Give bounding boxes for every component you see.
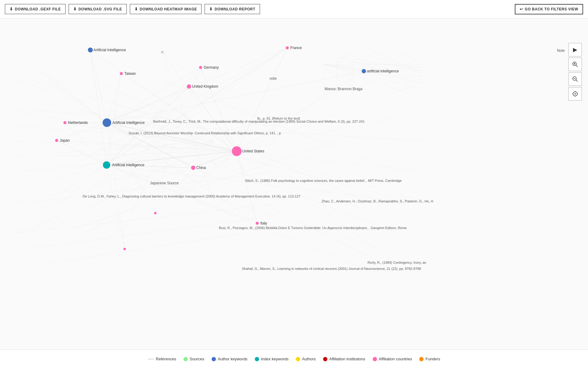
- svg-line-79: [92, 151, 237, 270]
- svg-line-109: [107, 165, 125, 249]
- ref-label-5: Stitch, S., (1986) Folk psychology to co…: [245, 179, 402, 182]
- svg-line-56: [107, 165, 383, 248]
- play-button[interactable]: ▶: [568, 43, 582, 56]
- svg-line-13: [65, 123, 107, 165]
- legend-label-index-keywords: Index keywords: [261, 357, 288, 361]
- svg-line-70: [46, 80, 107, 123]
- svg-line-78: [61, 151, 237, 270]
- svg-line-84: [237, 151, 413, 233]
- svg-line-10: [107, 71, 364, 123]
- svg-line-69: [31, 64, 107, 123]
- svg-line-63: [92, 86, 189, 233]
- node-artificial-intelligence-kw: [103, 118, 111, 127]
- node-japan: [55, 139, 58, 142]
- svg-line-53: [107, 123, 383, 264]
- recenter-button[interactable]: [568, 87, 582, 101]
- svg-line-19: [107, 48, 287, 165]
- svg-line-85: [237, 151, 398, 264]
- ref-label-3: Suzuki, I. (2013) Beyond Ancestor Worshi…: [129, 131, 281, 135]
- node-small-pink-2: [123, 248, 126, 250]
- legend-dot-affiliation-institutions: [323, 357, 327, 361]
- legend-dot-author-keywords: [212, 357, 216, 361]
- label-manus: Manus: Brannon Braga: [325, 87, 363, 91]
- toolbar: ⬇ DOWNLOAD .GEXF FILE ⬇ DOWNLOAD .SVG FI…: [0, 0, 588, 18]
- ref-label-9: Shahaf, G., Marom, S., Learning in netwo…: [242, 267, 421, 270]
- legend-label-authors: Authors: [302, 357, 316, 361]
- svg-line-24: [57, 140, 237, 151]
- node-small-pink-1: [154, 212, 156, 214]
- node-small-gray-top: [161, 51, 164, 53]
- back-icon: ↩: [520, 7, 523, 11]
- label-netherlands: Netherlands: [68, 121, 88, 125]
- svg-line-58: [162, 52, 276, 141]
- download-report-label: DOWNLOAD REPORT: [215, 7, 255, 11]
- legend-dot-sources: [183, 357, 188, 361]
- label-germany: Germany: [204, 65, 219, 70]
- svg-line-47: [46, 233, 245, 264]
- go-back-label: GO BACK TO FILTERS VIEW: [525, 7, 578, 11]
- svg-line-115: [576, 80, 578, 82]
- ref-label-2: Bartholdi, J., Tovey, C., Trick, M., The…: [153, 120, 365, 123]
- node-germany: [199, 66, 202, 69]
- label-france: France: [290, 46, 302, 50]
- download-icon-3: ⬇: [134, 7, 138, 11]
- svg-line-101: [15, 141, 214, 156]
- legend-label-sources: Sources: [190, 357, 204, 361]
- legend-index-keywords: Index keywords: [255, 357, 288, 361]
- legend-references: References: [148, 357, 176, 361]
- svg-line-111: [576, 65, 578, 67]
- svg-line-11: [90, 50, 107, 165]
- svg-line-32: [322, 64, 337, 80]
- label-note-node: note: [270, 76, 277, 81]
- label-taiwan: Taiwan: [124, 71, 136, 76]
- svg-line-52: [107, 123, 398, 233]
- legend-line-references: [148, 359, 154, 359]
- legend-dot-index-keywords: [255, 357, 259, 361]
- graph-area[interactable]: Artificial Intelligence Taiwan Netherlan…: [0, 18, 588, 350]
- label-united-states: United States: [242, 149, 264, 153]
- node-italy: [256, 222, 259, 225]
- download-gexf-label: DOWNLOAD .GEXF FILE: [15, 7, 61, 11]
- node-france: [286, 46, 289, 49]
- legend-sources: Sources: [183, 357, 204, 361]
- side-controls: ▶: [568, 43, 582, 101]
- download-svg-label: DOWNLOAD .SVG FILE: [78, 7, 122, 11]
- zoom-out-button[interactable]: [568, 72, 582, 86]
- svg-line-82: [237, 151, 429, 172]
- go-back-button[interactable]: ↩ GO BACK TO FILTERS VIEW: [515, 4, 583, 14]
- note-label: Note: [557, 48, 565, 53]
- download-report-button[interactable]: ⬇ DOWNLOAD REPORT: [205, 4, 260, 14]
- download-svg-button[interactable]: ⬇ DOWNLOAD .SVG FILE: [69, 4, 127, 14]
- svg-line-36: [383, 58, 413, 67]
- svg-line-37: [398, 52, 423, 63]
- legend-dot-authors: [296, 357, 300, 361]
- svg-line-30: [237, 71, 364, 151]
- svg-line-3: [57, 123, 107, 140]
- download-heatmap-button[interactable]: ⬇ DOWNLOAD HEATMAP IMAGE: [130, 4, 202, 14]
- label-artificial-intelligence-kw: Artificial intelligence: [112, 121, 145, 125]
- svg-line-62: [123, 67, 201, 233]
- node-china: [191, 166, 195, 170]
- legend-label-funders: Funders: [425, 357, 440, 361]
- svg-line-89: [325, 64, 423, 83]
- svg-line-7: [107, 123, 257, 223]
- download-icon: ⬇: [9, 7, 13, 11]
- node-artificial-intelligence-blue: [88, 48, 93, 52]
- svg-line-29: [237, 48, 287, 151]
- label-united-kingdom: United Kingdom: [192, 84, 218, 89]
- svg-line-9: [107, 123, 237, 151]
- label-artificial-intelligence-blue: Artificial Intelligence: [93, 48, 126, 52]
- legend: References Sources Author keywords Index…: [0, 350, 588, 368]
- legend-author-keywords: Author keywords: [212, 357, 247, 361]
- zoom-in-button[interactable]: [568, 58, 582, 71]
- svg-line-72: [15, 110, 237, 151]
- label-japanese-source: Japanese Source: [150, 181, 179, 185]
- download-icon-4: ⬇: [209, 7, 213, 11]
- node-netherlands: [63, 121, 66, 124]
- download-gexf-button[interactable]: ⬇ DOWNLOAD .GEXF FILE: [5, 4, 66, 14]
- legend-affiliation-institutions: Affiliation institutions: [323, 357, 365, 361]
- svg-line-73: [15, 141, 237, 151]
- svg-line-28: [237, 151, 257, 223]
- legend-authors: Authors: [296, 357, 316, 361]
- node-united-kingdom: [187, 84, 191, 89]
